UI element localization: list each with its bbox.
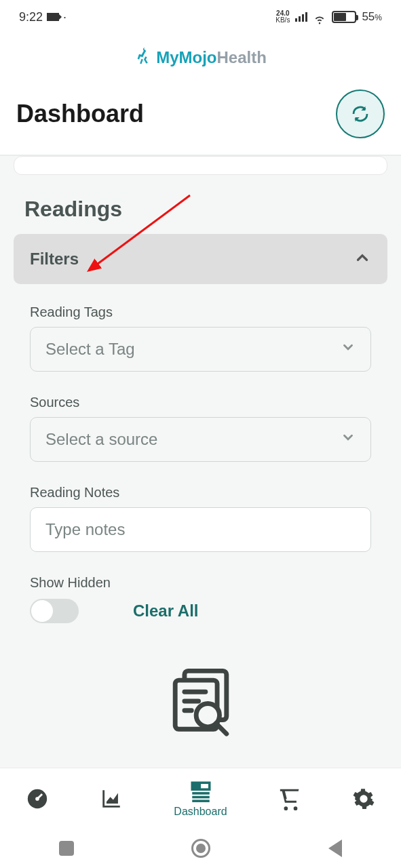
filters-label: Filters [30, 250, 79, 269]
gauge-icon [26, 787, 49, 810]
tab-cart[interactable] [278, 787, 301, 810]
chevron-down-icon [341, 430, 356, 449]
dashboard-icon [189, 780, 212, 803]
refresh-button[interactable] [336, 90, 385, 138]
empty-readings-icon [14, 664, 387, 738]
brand-mymojo: MyMojo [156, 48, 216, 67]
filters-toggle[interactable]: Filters [14, 234, 387, 284]
readings-title: Readings [14, 197, 387, 222]
svg-rect-11 [192, 783, 201, 789]
show-hidden-toggle[interactable] [30, 599, 79, 623]
sources-label: Sources [30, 395, 371, 410]
tab-charts[interactable] [100, 787, 123, 810]
status-bar: 9:22 · 24.0 KB/s 55% [0, 0, 401, 34]
system-back-button[interactable] [328, 840, 342, 857]
chevron-up-icon [354, 249, 371, 269]
sources-placeholder: Select a source [45, 430, 157, 449]
previous-card-edge [14, 156, 387, 175]
cart-icon [278, 787, 301, 810]
system-home-button[interactable] [191, 839, 210, 858]
wifi-icon [313, 12, 326, 22]
status-dot: · [63, 10, 66, 24]
reading-tags-select[interactable]: Select a Tag [30, 327, 371, 372]
status-time: 9:22 [19, 10, 43, 24]
page-title: Dashboard [16, 100, 144, 128]
refresh-icon [350, 104, 370, 124]
reading-notes-input[interactable] [30, 507, 371, 552]
system-nav-bar [0, 829, 401, 868]
reading-tags-placeholder: Select a Tag [45, 340, 135, 359]
clear-all-button[interactable]: Clear All [133, 601, 198, 620]
brand-health: Health [216, 48, 266, 67]
chart-icon [100, 787, 123, 810]
tab-dashboard[interactable]: Dashboard [174, 780, 227, 818]
gear-icon [352, 787, 375, 810]
system-recent-button[interactable] [59, 841, 74, 856]
camera-icon [47, 13, 59, 21]
app-logo: MyMojoHealth [0, 34, 401, 81]
svg-point-9 [35, 797, 39, 801]
tab-bar: Dashboard [0, 768, 401, 829]
logo-icon [134, 46, 153, 70]
chevron-down-icon [341, 340, 356, 359]
battery-percent: 55% [362, 10, 382, 24]
tab-settings[interactable] [352, 787, 375, 810]
page-header: Dashboard [0, 81, 401, 156]
network-speed: 24.0 KB/s [275, 10, 290, 24]
sources-select[interactable]: Select a source [30, 417, 371, 462]
signal-icon [295, 12, 307, 22]
reading-tags-label: Reading Tags [30, 304, 371, 320]
tab-dashboard-label: Dashboard [174, 806, 227, 818]
battery-icon [332, 11, 356, 23]
reading-notes-label: Reading Notes [30, 485, 371, 500]
content-area[interactable]: Readings Filters Reading Tags Select a T… [0, 156, 401, 769]
tab-gauge[interactable] [26, 787, 49, 810]
show-hidden-label: Show Hidden [30, 575, 371, 591]
